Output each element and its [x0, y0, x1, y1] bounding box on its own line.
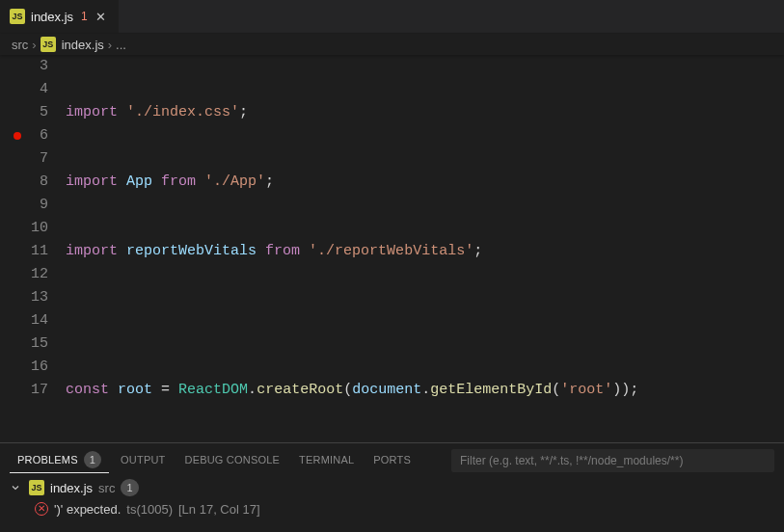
problems-file-row[interactable]: JS index.js src 1 [8, 477, 776, 498]
tab-problems[interactable]: Problems 1 [10, 447, 109, 473]
line-number: 9 [0, 194, 48, 217]
line-number-gutter: 34567891011121314151617 [0, 55, 66, 442]
tab-label: index.js [31, 10, 73, 24]
line-number: 11 [0, 240, 48, 263]
problems-file-name: index.js [50, 481, 93, 495]
line-number: 3 [0, 55, 48, 78]
panel-tab-bar: Problems 1 Output Debug Console Terminal… [0, 443, 784, 477]
tab-debug-console[interactable]: Debug Console [176, 450, 287, 470]
tab-output[interactable]: Output [113, 450, 173, 470]
error-icon: ✕ [35, 502, 48, 516]
breadcrumb-segment-file[interactable]: JS index.js [41, 37, 104, 52]
line-number: 13 [0, 286, 48, 309]
line-number: 14 [0, 309, 48, 332]
problems-file-path: src [98, 481, 115, 495]
code-editor[interactable]: 34567891011121314151617 import './index.… [0, 55, 784, 442]
error-message: ')' expected. [54, 502, 121, 517]
filter-input[interactable] [451, 449, 774, 472]
javascript-file-icon: JS [41, 37, 56, 52]
problems-list: JS index.js src 1 ✕ ')' expected. ts(100… [0, 477, 784, 532]
chevron-right-icon: › [32, 38, 36, 52]
breakpoint-icon[interactable] [14, 132, 21, 140]
code-content[interactable]: import './index.css'; import App from '.… [66, 55, 784, 442]
breadcrumb-segment-src[interactable]: src [12, 38, 28, 52]
line-number: 8 [0, 171, 48, 194]
line-number: 10 [0, 217, 48, 240]
breadcrumb: src › JS index.js › ... [0, 34, 784, 55]
line-number: 17 [0, 379, 48, 402]
javascript-file-icon: JS [10, 9, 25, 24]
line-number: 5 [0, 101, 48, 124]
error-code: ts(1005) [126, 502, 173, 517]
chevron-right-icon: › [108, 38, 112, 52]
tab-bar: JS index.js 1 ✕ [0, 0, 784, 34]
tab-error-indicator: 1 [81, 10, 88, 23]
javascript-file-icon: JS [29, 480, 44, 495]
error-location: [Ln 17, Col 17] [178, 502, 260, 517]
tab-ports[interactable]: Ports [365, 450, 419, 470]
editor-tab-index-js[interactable]: JS index.js 1 ✕ [0, 0, 120, 33]
line-number: 4 [0, 78, 48, 101]
close-icon[interactable]: ✕ [94, 9, 109, 24]
file-error-count-badge: 1 [121, 479, 138, 496]
problems-count-badge: 1 [84, 451, 101, 468]
line-number: 15 [0, 332, 48, 356]
problems-error-row[interactable]: ✕ ')' expected. ts(1005) [Ln 17, Col 17] [8, 498, 776, 519]
tab-label: Problems [17, 454, 78, 466]
problems-panel: Problems 1 Output Debug Console Terminal… [0, 442, 784, 532]
breadcrumb-segment-more[interactable]: ... [116, 38, 126, 52]
chevron-down-icon[interactable] [8, 480, 23, 495]
line-number: 12 [0, 263, 48, 286]
problems-filter [451, 449, 774, 472]
line-number: 6 [0, 124, 48, 147]
breadcrumb-label: index.js [62, 38, 104, 52]
tab-terminal[interactable]: Terminal [291, 450, 362, 470]
line-number: 7 [0, 147, 48, 171]
line-number: 16 [0, 356, 48, 379]
